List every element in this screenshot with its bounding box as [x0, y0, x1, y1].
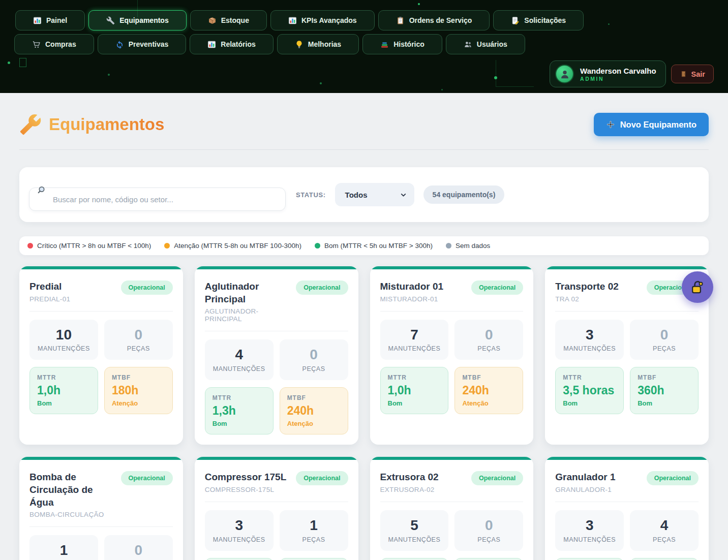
equipment-name: Misturador 01	[380, 281, 444, 293]
status-badge: Operacional	[121, 471, 173, 485]
equipment-card-compressor-175l[interactable]: Compressor 175LCOMPRESSOR-175LOperaciona…	[195, 457, 358, 560]
legend-item-sem: Sem dados	[446, 242, 490, 250]
nav-item-label: Relatórios	[221, 40, 255, 48]
card-top-bar	[19, 457, 183, 460]
mtbf-metric: MTBF180hAtenção	[104, 367, 173, 414]
mtbf-metric-value: 360h	[638, 384, 691, 397]
nav-item-relatorios[interactable]: Relatórios	[190, 34, 273, 54]
mtbf-metric-status: Atenção	[287, 420, 341, 427]
equipment-name: Predial	[29, 281, 70, 293]
maintenances-stat: 1MANUTENÇÕES	[29, 535, 98, 560]
mtbf-metric-value: 240h	[287, 404, 341, 418]
logout-button[interactable]: Sair	[671, 65, 714, 83]
nav-item-label: Equipamentos	[119, 16, 168, 24]
maintenances-stat-label: MANUTENÇÕES	[384, 536, 445, 543]
mttr-metric-label: MTTR	[213, 394, 266, 401]
mttr-metric-value: 3,5 horas	[563, 384, 616, 397]
card-divider	[205, 502, 348, 502]
status-legend: Crítico (MTTR > 8h ou MTBF < 100h)Atençã…	[19, 236, 709, 255]
user-chip[interactable]: Wanderson Carvalho ADMIN	[550, 60, 665, 87]
card-top-bar	[370, 457, 534, 460]
parts-stat-value: 0	[108, 543, 169, 558]
equipment-card-aglutinador-principal[interactable]: Aglutinador PrincipalAGLUTINADOR-PRINCIP…	[195, 266, 358, 445]
maintenances-stat-value: 5	[384, 518, 445, 534]
nav-item-label: Compras	[45, 40, 76, 48]
equipment-code: TRA 02	[555, 295, 619, 303]
card-top-bar	[19, 266, 183, 269]
wrench-icon	[19, 113, 42, 136]
equipment-card-misturador-01[interactable]: Misturador 01MISTURADOR-01Operacional7MA…	[370, 266, 534, 445]
nav-item-painel[interactable]: Painel	[15, 10, 85, 30]
status-filter-label: STATUS:	[296, 191, 326, 199]
mtbf-metric-status: Atenção	[462, 399, 515, 407]
equipment-grid: PredialPREDIAL-01Operacional10MANUTENÇÕE…	[19, 266, 709, 560]
nav-item-solicitacoes[interactable]: Solicitações	[493, 10, 584, 30]
card-divider	[380, 502, 524, 502]
equipment-code: GRANULADOR-1	[555, 486, 615, 493]
equipment-name: Compressor 175L	[205, 471, 287, 484]
nav-item-compras[interactable]: Compras	[14, 34, 94, 54]
nav-item-label: Solicitações	[524, 16, 566, 24]
unlock-icon	[689, 279, 706, 295]
wrench-icon	[106, 16, 115, 25]
nav-item-ordens-de-servico[interactable]: Ordens de Serviço	[378, 10, 490, 30]
card-top-bar	[195, 457, 358, 460]
nav-item-estoque[interactable]: Estoque	[190, 10, 267, 30]
maintenances-stat-label: MANUTENÇÕES	[384, 345, 445, 352]
equipment-card-bomba-de-circulacao-de-agua[interactable]: Bomba de Circulação de ÁguaBOMBA-CIRCULA…	[19, 457, 183, 560]
equipment-card-granulador-1[interactable]: Granulador 1GRANULADOR-1Operacional3MANU…	[545, 457, 709, 560]
nav-item-label: KPIs Avançados	[301, 16, 357, 24]
equipment-card-predial[interactable]: PredialPREDIAL-01Operacional10MANUTENÇÕE…	[19, 266, 183, 445]
divider	[19, 149, 709, 150]
mttr-metric-status: Bom	[563, 399, 616, 407]
mtbf-metric: MTBF720hBom	[630, 558, 699, 560]
legend-item-bom: Bom (MTTR < 5h ou MTBF > 300h)	[315, 242, 433, 250]
maintenances-stat-value: 3	[559, 518, 620, 534]
nav-item-melhorias[interactable]: Melhorias	[277, 34, 359, 54]
status-badge: Operacional	[471, 471, 523, 485]
equipment-count-badge: 54 equipamento(s)	[423, 185, 505, 204]
maintenances-stat-value: 1	[34, 543, 94, 558]
parts-stat: 4PEÇAS	[630, 510, 699, 551]
new-equipment-button[interactable]: Novo Equipamento	[594, 113, 709, 136]
parts-stat-value: 1	[284, 518, 344, 534]
card-divider	[555, 502, 699, 502]
status-select[interactable]: Todos	[335, 183, 414, 206]
floating-lock-button[interactable]	[682, 271, 713, 303]
nav-item-label: Ordens de Serviço	[409, 16, 472, 24]
mttr-metric: MTTR3,5 horasBom	[555, 367, 624, 414]
nav-item-preventivas[interactable]: Preventivas	[98, 34, 187, 54]
mttr-metric-value: 1,3h	[213, 404, 266, 418]
parts-stat-label: PEÇAS	[284, 536, 344, 543]
legend-item-atencao: Atenção (MTTR 5-8h ou MTBF 100-300h)	[164, 242, 301, 250]
status-badge: Operacional	[296, 281, 348, 295]
person-icon	[559, 69, 570, 80]
deco-dot	[608, 23, 610, 25]
legend-dot	[315, 243, 320, 248]
legend-dot	[446, 243, 451, 248]
search-input[interactable]	[29, 188, 286, 211]
legend-label: Sem dados	[456, 242, 490, 250]
mttr-metric: MTTR1,0hBom	[380, 367, 449, 414]
user-role: ADMIN	[580, 76, 656, 82]
books-icon	[380, 40, 389, 49]
parts-stat-value: 0	[108, 327, 169, 343]
parts-stat: 0PEÇAS	[454, 320, 523, 360]
top-navbar: PainelEquipamentosEstoqueKPIs AvançadosO…	[0, 0, 728, 93]
bar-chart-icon	[288, 16, 297, 25]
equipment-code: BOMBA-CIRCULAÇÃO	[29, 511, 116, 518]
nav-row-1: PainelEquipamentosEstoqueKPIs AvançadosO…	[0, 0, 728, 30]
equipment-card-extrusora-02[interactable]: Extrusora 02EXTRUSORA-02Operacional5MANU…	[370, 457, 534, 560]
deco-dot	[441, 89, 443, 90]
nav-item-historico[interactable]: Histórico	[362, 34, 442, 54]
main-content: Equipamentos Novo Equipamento STATUS: To…	[0, 113, 728, 560]
nav-item-kpis-avancados[interactable]: KPIs Avançados	[270, 10, 375, 30]
mttr-metric: MTTR1,0hBom	[380, 558, 449, 560]
mtbf-metric-label: MTBF	[112, 374, 165, 381]
deco-dot	[418, 3, 420, 5]
mttr-metric-value: 1,0h	[37, 384, 90, 397]
maintenances-stat-value: 3	[559, 327, 620, 343]
nav-item-usuarios[interactable]: Usuários	[446, 34, 525, 54]
maintenances-stat-label: MANUTENÇÕES	[209, 536, 269, 543]
maintenances-stat: 3MANUTENÇÕES	[205, 510, 274, 551]
